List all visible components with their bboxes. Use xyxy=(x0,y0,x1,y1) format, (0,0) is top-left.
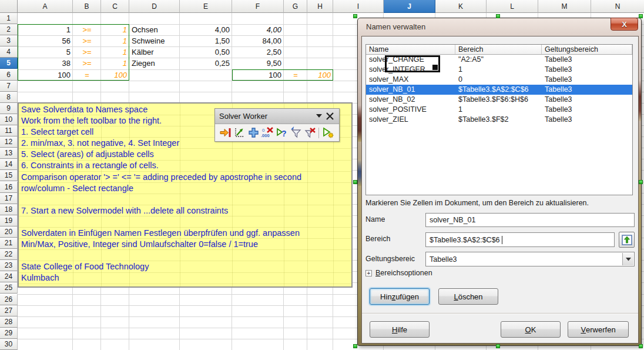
selection-handle[interactable] xyxy=(353,344,357,348)
row-header-15[interactable]: 15 xyxy=(0,170,18,181)
cell-B2[interactable]: >= xyxy=(73,25,101,35)
row-header-25[interactable]: 25 xyxy=(0,282,18,294)
discard-button[interactable]: Verwerfen xyxy=(568,321,629,338)
row-header-23[interactable]: 23 xyxy=(0,260,18,271)
cell-D5[interactable]: Ziegen xyxy=(129,58,180,69)
row-header-28[interactable]: 28 xyxy=(0,316,18,328)
column-header-G[interactable]: G xyxy=(284,0,307,13)
column-header-H[interactable]: H xyxy=(307,0,333,13)
column-header-D[interactable]: D xyxy=(129,0,180,13)
column-header-M[interactable]: M xyxy=(538,0,591,13)
selection-handle[interactable] xyxy=(496,14,500,18)
run-solver-icon[interactable] xyxy=(321,126,335,139)
row-header-7[interactable]: 7 xyxy=(0,81,18,92)
name-list-row[interactable]: solver_POSITIVE1Tabelle3 xyxy=(366,105,632,115)
row-header-30[interactable]: 30 xyxy=(0,339,18,350)
cell-B4[interactable]: >= xyxy=(73,47,101,58)
add-button[interactable]: Hinzufügen xyxy=(370,288,430,305)
selection-handle[interactable] xyxy=(353,14,357,18)
cell-C5[interactable]: 1 xyxy=(101,58,129,69)
range-options-expander[interactable]: + Bereichsoptionen xyxy=(365,269,432,277)
column-header-A[interactable]: A xyxy=(18,0,73,13)
row-header-20[interactable]: 20 xyxy=(0,226,18,238)
cell-D3[interactable]: Schweine xyxy=(129,36,180,46)
row-header-9[interactable]: 9 xyxy=(0,103,18,114)
cell-C2[interactable]: 1 xyxy=(101,25,129,35)
cell-D4[interactable]: Kälber xyxy=(129,47,180,58)
scope-dropdown[interactable]: Tabelle3 xyxy=(425,252,635,266)
chevron-down-icon[interactable] xyxy=(622,253,633,265)
cell-F6[interactable]: 100 xyxy=(232,70,284,81)
dialog-close-button[interactable]: X xyxy=(611,18,638,31)
shrink-range-button[interactable] xyxy=(619,232,635,248)
cell-B5[interactable]: >= xyxy=(73,58,101,69)
integer-toggle-icon[interactable]: 0 .000 xyxy=(260,126,274,139)
row-header-21[interactable]: 21 xyxy=(0,238,18,249)
row-header-18[interactable]: 18 xyxy=(0,204,18,215)
column-header-B[interactable]: B xyxy=(73,0,101,13)
row-header-14[interactable]: 14 xyxy=(0,159,18,170)
column-header-N[interactable]: N xyxy=(591,0,644,13)
check-model-icon[interactable]: ? xyxy=(274,126,289,139)
cell-A3[interactable]: 56 xyxy=(18,36,73,46)
row-header-26[interactable]: 26 xyxy=(0,294,18,305)
cell-H6[interactable]: 100 xyxy=(307,70,333,81)
selection-handle[interactable] xyxy=(496,344,500,348)
toolbar-titlebar[interactable]: Solver Worker xyxy=(215,109,339,124)
row-header-13[interactable]: 13 xyxy=(0,148,18,159)
cell-A4[interactable]: 5 xyxy=(18,47,73,58)
cell-C4[interactable]: 1 xyxy=(101,47,129,58)
row-header-6[interactable]: 6 xyxy=(0,69,18,81)
list-header-cell[interactable]: Geltungsbereich xyxy=(542,45,632,54)
column-header-J[interactable]: J xyxy=(384,0,435,13)
row-header-29[interactable]: 29 xyxy=(0,328,18,339)
row-header-17[interactable]: 17 xyxy=(0,193,18,204)
help-button[interactable]: Hilfe xyxy=(370,321,430,338)
name-list-row[interactable]: solver_NB_02$Tabelle3.$F$6:$H$6Tabelle3 xyxy=(366,95,632,105)
name-list-row[interactable]: solver_ZIEL$Tabelle3.$F$2Tabelle3 xyxy=(366,115,632,125)
cell-F3[interactable]: 84,00 xyxy=(232,36,284,46)
cell-C3[interactable]: 1 xyxy=(101,36,129,46)
name-list-row[interactable]: solver_MAX0Tabelle3 xyxy=(366,75,632,85)
selection-handle[interactable] xyxy=(353,180,357,184)
column-header-I[interactable]: I xyxy=(333,0,384,13)
selection-handle[interactable] xyxy=(639,344,643,348)
bereich-field[interactable]: $Tabelle3.$A$2:$C$6 xyxy=(425,232,615,247)
row-header-16[interactable]: 16 xyxy=(0,182,18,193)
cell-A2[interactable]: 1 xyxy=(18,25,73,35)
row-header-2[interactable]: 2 xyxy=(0,24,18,35)
cell-A5[interactable]: 38 xyxy=(18,58,73,69)
cell-B6[interactable]: = xyxy=(73,70,101,81)
row-header-1[interactable]: 1 xyxy=(0,13,18,24)
row-header-27[interactable]: 27 xyxy=(0,305,18,316)
row-header-8[interactable]: 8 xyxy=(0,92,18,103)
select-all-corner[interactable] xyxy=(0,0,18,13)
cell-E5[interactable]: 0,25 xyxy=(180,58,232,69)
delete-filter-icon[interactable] xyxy=(303,126,317,139)
cell-A6[interactable]: 100 xyxy=(18,70,73,81)
cell-F5[interactable]: 9,50 xyxy=(232,58,284,69)
filter-icon[interactable] xyxy=(289,126,303,139)
row-header-5[interactable]: 5 xyxy=(0,58,18,69)
annotation-handle[interactable] xyxy=(432,65,438,70)
column-header-C[interactable]: C xyxy=(101,0,129,13)
row-header-19[interactable]: 19 xyxy=(0,215,18,226)
delete-button[interactable]: Löschen xyxy=(438,288,498,305)
column-header-L[interactable]: L xyxy=(487,0,538,13)
list-header-cell[interactable]: Name xyxy=(366,45,455,54)
cell-F2[interactable]: 4,00 xyxy=(232,25,284,35)
row-header-3[interactable]: 3 xyxy=(0,35,18,46)
cell-F4[interactable]: 2,50 xyxy=(232,47,284,58)
cell-D2[interactable]: Ochsen xyxy=(129,25,180,35)
cell-G6[interactable]: = xyxy=(284,70,307,81)
cell-B3[interactable]: >= xyxy=(73,36,101,46)
cell-C6[interactable]: 100 xyxy=(101,70,129,81)
annotation-rectangle[interactable] xyxy=(385,55,440,72)
row-header-12[interactable]: 12 xyxy=(0,136,18,148)
selection-handle[interactable] xyxy=(639,180,643,184)
target-cell-icon[interactable] xyxy=(218,126,232,139)
toolbar-menu-chevron-down-icon[interactable] xyxy=(314,111,324,122)
minmax-chart-icon[interactable] xyxy=(232,126,246,139)
row-header-24[interactable]: 24 xyxy=(0,271,18,282)
list-header-cell[interactable]: Bereich xyxy=(455,45,542,54)
